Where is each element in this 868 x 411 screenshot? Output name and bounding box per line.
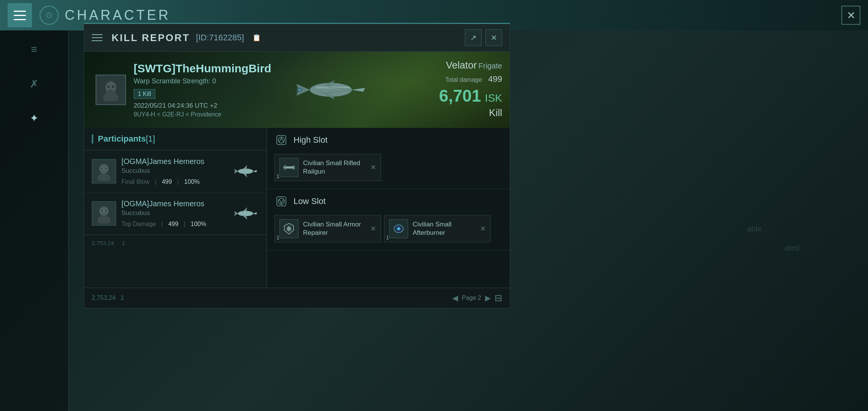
ship-class: Frigate: [479, 62, 502, 70]
stat-pct-2: 100%: [191, 221, 206, 228]
ship-name: Velator: [446, 59, 477, 71]
footer-amount-display: 2,753.24: [92, 295, 115, 301]
participants-title: Participants: [98, 134, 146, 144]
bg-able-label: able: [747, 225, 761, 233]
item-icon-afterburner: [389, 219, 408, 238]
low-slot-icon: [274, 194, 288, 208]
participant-ship-img-2: [232, 204, 259, 223]
modal-export-button[interactable]: ↗: [465, 29, 482, 46]
item-close-afterburner[interactable]: ✕: [480, 225, 486, 233]
participant-avatar-1: [92, 159, 116, 183]
list-item[interactable]: 1 Civilian Small Rifled Railgun ✕: [274, 154, 381, 181]
svg-marker-38: [253, 212, 257, 215]
item-qty-armor: 1: [276, 234, 279, 241]
high-slot-title: High Slot: [294, 135, 327, 145]
item-name-railgun: Civilian Small Rifled Railgun: [303, 159, 366, 176]
modal-title: KILL REPORT: [112, 32, 190, 44]
ship-render: [274, 59, 388, 120]
participant-details-2: [OGMA]James Hemeros Succubus Top Damage …: [121, 199, 227, 228]
svg-point-59: [398, 228, 399, 229]
filter-button[interactable]: ⊟: [495, 293, 502, 303]
participant-ship-2: Succubus: [121, 209, 227, 217]
kill-banner: [SWTG]TheHummingBird Warp Scramble Stren…: [84, 52, 510, 128]
svg-point-19: [101, 167, 103, 169]
table-row[interactable]: [OGMA]James Hemeros Succubus Top Damage …: [84, 193, 266, 235]
footer-left: 2,753.24 1: [92, 295, 124, 301]
list-item[interactable]: 1 Civilian Small Armor Repairer ✕: [274, 215, 381, 242]
stat-dmg-2: 499: [168, 221, 179, 228]
sidebar-icon-star[interactable]: ✦: [23, 107, 46, 129]
svg-point-4: [112, 86, 114, 88]
low-slot-title: Low Slot: [294, 196, 326, 206]
sidebar-icon-menu[interactable]: ≡: [23, 38, 46, 61]
kill-info-right: Velator Frigate Total damage: 499 6,701 …: [439, 59, 502, 119]
svg-point-3: [107, 86, 110, 88]
svg-point-24: [238, 169, 253, 174]
hamburger-button[interactable]: [8, 3, 32, 27]
high-slot-icon: [274, 133, 288, 147]
footer-qty: 1: [122, 240, 125, 246]
left-sidebar: ≡ ✗ ✦: [0, 30, 69, 411]
item-name-armor: Civilian Small Armor Repairer: [303, 220, 366, 237]
modal-id-icon: 📋: [252, 33, 261, 42]
high-slot-header: High Slot: [267, 128, 510, 152]
bg-ated-label: ated: [785, 244, 799, 252]
participant-stats-2: Top Damage | 499 | 100%: [121, 221, 227, 228]
pagination-next-button[interactable]: ▶: [485, 293, 491, 303]
kill-type: Kill: [439, 107, 502, 119]
item-close-armor[interactable]: ✕: [370, 225, 376, 233]
app-title: CHARACTER: [65, 7, 171, 23]
list-item[interactable]: 1: [384, 215, 491, 242]
modal-id: [ID:7162285]: [196, 33, 244, 43]
participant-name-1: [OGMA]James Hemeros: [121, 157, 227, 166]
attacker-avatar: [96, 75, 126, 105]
isk-label: ISK: [485, 92, 502, 104]
svg-point-13: [298, 89, 301, 91]
stat-dmg-1: 499: [162, 178, 172, 185]
page-label: Page 2: [462, 295, 481, 301]
modal-close-button[interactable]: ✕: [485, 29, 502, 46]
modal-hamburger-button[interactable]: [92, 31, 105, 45]
item-qty-1: 1: [276, 173, 279, 179]
item-qty-ab: 1: [386, 234, 389, 241]
modal-header: KILL REPORT [ID:7162285] 📋 ↗ ✕: [84, 24, 510, 52]
svg-marker-39: [234, 211, 238, 216]
svg-marker-26: [234, 169, 238, 174]
participant-ship-1: Succubus: [121, 167, 227, 175]
modal-body: Participants [1]: [84, 128, 510, 288]
footer-qty-display: 1: [121, 295, 124, 301]
participant-avatar-2: [92, 201, 116, 226]
footer-amount: 2,753.24 1: [92, 240, 125, 246]
total-damage-value: 499: [488, 74, 502, 84]
character-icon: ⊙: [40, 6, 59, 25]
pagination: ◀ Page 2 ▶ ⊟: [452, 293, 502, 303]
participants-panel: Participants [1]: [84, 128, 267, 288]
low-slot-section: Low Slot 1: [267, 189, 510, 250]
kill-report-modal: KILL REPORT [ID:7162285] 📋 ↗ ✕ [SWTG]The…: [84, 23, 510, 308]
participants-count: [1]: [146, 134, 155, 144]
footer-amount-value: 2,753.24: [92, 240, 114, 246]
fitting-panel: High Slot 1: [267, 128, 510, 288]
stat-label-1: Final Blow: [121, 178, 150, 185]
modal-header-actions: ↗ ✕: [465, 29, 502, 46]
item-close-railgun[interactable]: ✕: [370, 163, 376, 172]
participant-ship-img-1: [232, 162, 259, 181]
stat-pct-1: 100%: [184, 178, 200, 185]
footer-info: 2,753.24 1: [92, 295, 124, 301]
sidebar-icon-x[interactable]: ✗: [23, 72, 46, 95]
pagination-prev-button[interactable]: ◀: [452, 293, 458, 303]
low-slot-items: 1 Civilian Small Armor Repairer ✕: [267, 213, 510, 250]
svg-point-33: [105, 209, 107, 212]
svg-point-20: [105, 167, 107, 169]
modal-footer: 2,753.24 1 ◀ Page 2 ▶ ⊟: [84, 288, 510, 308]
kill-badge: 1 Kill: [134, 89, 155, 99]
svg-marker-7: [352, 88, 365, 92]
isk-value: 6,701: [439, 86, 481, 105]
table-row[interactable]: [OGMA]James Hemeros Succubus Final Blow …: [84, 150, 266, 193]
ship-svg: [281, 65, 380, 115]
svg-point-5: [108, 89, 114, 93]
svg-marker-25: [253, 170, 257, 172]
participant-name-2: [OGMA]James Hemeros: [121, 199, 227, 208]
app-close-button[interactable]: ✕: [841, 6, 860, 25]
participant-stats-1: Final Blow | 499 | 100%: [121, 178, 227, 185]
